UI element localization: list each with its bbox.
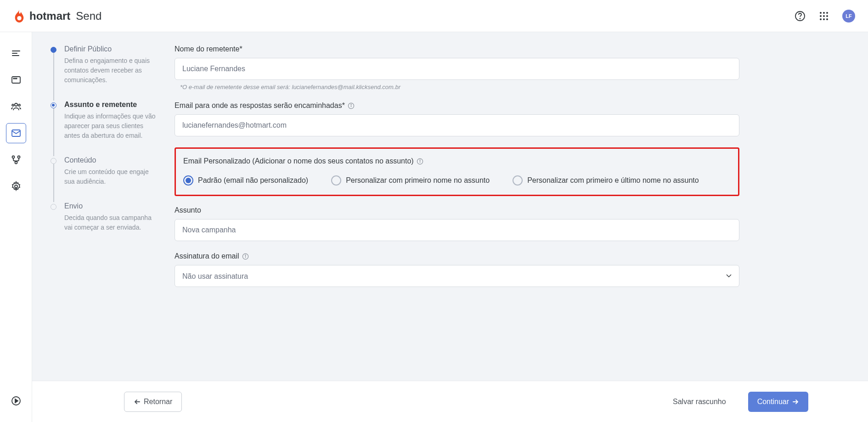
info-icon[interactable] <box>348 102 355 109</box>
radio-label: Personalizar com primeiro nome no assunt… <box>346 176 490 185</box>
personalized-label: Email Personalizado (Adicionar o nome do… <box>183 157 414 165</box>
steps-panel: Definir Público Defina o engajamento e q… <box>51 45 156 316</box>
step-marker-completed <box>51 47 56 53</box>
back-label: Retornar <box>144 398 172 406</box>
radio-default[interactable]: Padrão (email não personalizado) <box>183 175 308 186</box>
radio-indicator <box>183 175 193 186</box>
info-icon[interactable] <box>242 253 249 260</box>
step-desc: Crie um conteúdo que engaje sua audiênci… <box>64 167 156 186</box>
svg-point-7 <box>823 15 825 17</box>
svg-point-17 <box>15 78 16 79</box>
svg-point-0 <box>17 16 21 20</box>
sidebar-item-email[interactable] <box>6 123 26 143</box>
arrow-left-icon <box>134 398 141 405</box>
save-draft-button[interactable]: Salvar rascunho <box>664 392 735 412</box>
brand-text: hotmart <box>29 10 70 23</box>
sidebar-item-play[interactable] <box>6 391 26 411</box>
footer: Retornar Salvar rascunho Continuar <box>32 381 868 422</box>
step-subject[interactable]: Assunto e remetente Indique as informaçõ… <box>51 101 156 141</box>
radio-label: Personalizar com primeiro e último nome … <box>527 176 699 185</box>
step-marker-current <box>51 102 56 108</box>
apps-grid-icon[interactable] <box>818 11 829 22</box>
continue-button[interactable]: Continuar <box>748 392 808 412</box>
personalization-section: Email Personalizado (Adicionar o nome do… <box>175 147 739 196</box>
avatar[interactable]: LF <box>842 10 855 23</box>
form-panel: Nome do remetente* *O e-mail de remetent… <box>175 45 739 316</box>
svg-point-25 <box>15 162 17 164</box>
sender-name-label: Nome do remetente* <box>175 45 739 53</box>
sidebar-item-menu[interactable] <box>6 43 26 63</box>
svg-point-11 <box>826 18 828 20</box>
svg-point-34 <box>420 160 420 160</box>
radio-first-name[interactable]: Personalizar com primeiro nome no assunt… <box>331 175 490 186</box>
radio-full-name[interactable]: Personalizar com primeiro e último nome … <box>513 175 699 186</box>
subject-label: Assunto <box>175 206 739 214</box>
step-marker-pending <box>51 204 56 210</box>
svg-point-16 <box>13 78 14 79</box>
svg-point-27 <box>15 185 17 188</box>
sender-email-note: *O e-mail de remetente desse email será:… <box>180 84 739 90</box>
reply-email-input[interactable] <box>175 114 739 136</box>
sub-brand-text: Send <box>76 10 101 23</box>
step-marker-pending <box>51 158 56 164</box>
header: hotmart Send LF <box>0 0 868 32</box>
continue-label: Continuar <box>757 398 789 406</box>
svg-point-19 <box>15 103 17 106</box>
arrow-right-icon <box>792 398 799 405</box>
step-title: Assunto e remetente <box>64 101 156 109</box>
step-title: Conteúdo <box>64 156 156 164</box>
step-title: Definir Público <box>64 45 156 53</box>
svg-point-24 <box>17 156 20 158</box>
step-public[interactable]: Definir Público Defina o engajamento e q… <box>51 45 156 85</box>
radio-indicator <box>331 175 341 186</box>
svg-point-4 <box>823 12 825 14</box>
flame-icon <box>13 8 26 24</box>
step-desc: Defina o engajamento e quais contatos de… <box>64 56 156 85</box>
svg-point-31 <box>351 104 351 105</box>
svg-point-2 <box>800 18 800 19</box>
step-desc: Indique as informações que vão aparecer … <box>64 112 156 141</box>
save-label: Salvar rascunho <box>673 398 726 406</box>
back-button[interactable]: Retornar <box>124 392 182 412</box>
subject-input[interactable] <box>175 219 739 241</box>
step-title: Envio <box>64 202 156 210</box>
step-send[interactable]: Envio Decida quando sua campanha vai com… <box>51 202 156 232</box>
svg-point-21 <box>18 104 20 106</box>
svg-point-5 <box>826 12 828 14</box>
signature-select[interactable]: Não usar assinatura <box>175 265 739 287</box>
svg-point-3 <box>820 12 822 14</box>
sidebar <box>0 32 32 422</box>
logo: hotmart Send <box>13 8 101 24</box>
sidebar-item-audience[interactable] <box>6 96 26 117</box>
sender-name-input[interactable] <box>175 58 739 80</box>
svg-point-37 <box>245 255 245 255</box>
svg-point-8 <box>826 15 828 17</box>
svg-rect-15 <box>12 77 20 83</box>
svg-point-20 <box>12 104 14 106</box>
sidebar-item-flow[interactable] <box>6 150 26 170</box>
sidebar-item-settings[interactable] <box>6 176 26 197</box>
signature-label: Assinatura do email <box>175 252 239 260</box>
svg-point-6 <box>820 15 822 17</box>
step-desc: Decida quando sua campanha vai começar a… <box>64 213 156 232</box>
step-content[interactable]: Conteúdo Crie um conteúdo que engaje sua… <box>51 156 156 186</box>
radio-label: Padrão (email não personalizado) <box>198 176 308 185</box>
header-right: LF <box>795 10 855 23</box>
svg-point-18 <box>16 78 17 79</box>
help-icon[interactable] <box>795 11 806 22</box>
radio-indicator <box>513 175 523 186</box>
svg-point-10 <box>823 18 825 20</box>
sidebar-item-window[interactable] <box>6 70 26 90</box>
reply-email-label: Email para onde as respostas serão encam… <box>175 101 345 110</box>
svg-point-9 <box>820 18 822 20</box>
svg-point-23 <box>12 156 14 158</box>
info-icon[interactable] <box>417 158 423 165</box>
